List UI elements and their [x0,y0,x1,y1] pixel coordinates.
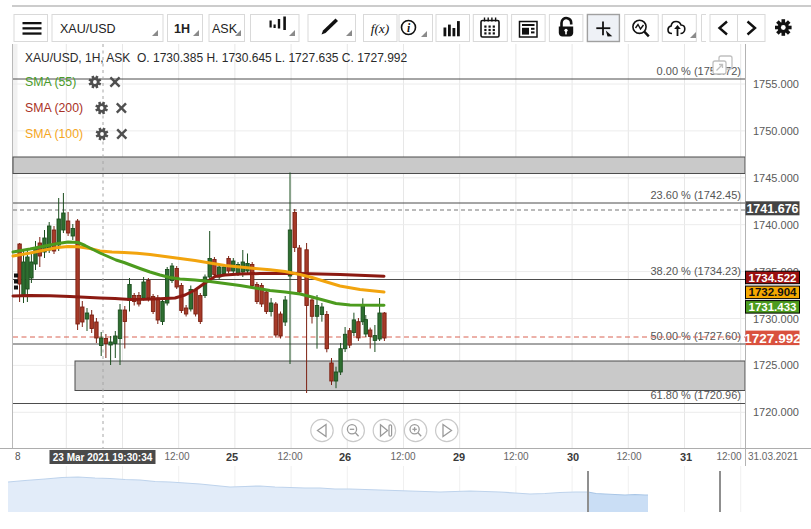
svg-text:26: 26 [339,451,351,463]
svg-text:12:00: 12:00 [503,451,528,462]
svg-text:12:00: 12:00 [164,451,189,462]
svg-text:38.20 % (1734.23): 38.20 % (1734.23) [650,265,741,277]
svg-text:12:00: 12:00 [616,451,641,462]
svg-text:SMA (100): SMA (100) [25,127,83,141]
svg-text:12:00: 12:00 [277,451,302,462]
svg-text:SMA (200): SMA (200) [25,101,83,115]
svg-text:1731.433: 1731.433 [749,301,797,313]
svg-text:1727.992: 1727.992 [744,331,800,346]
svg-text:1725.000: 1725.000 [753,359,799,371]
svg-text:SMA (55): SMA (55) [25,75,76,89]
svg-text:1734.522: 1734.522 [749,272,797,284]
svg-text:1745.000: 1745.000 [753,172,799,184]
svg-text:1732.904: 1732.904 [749,286,798,298]
svg-text:29: 29 [453,451,465,463]
svg-text:8: 8 [15,451,21,462]
svg-text:1H: 1H [174,22,190,36]
svg-text:23 Mar 2021 19:30:34: 23 Mar 2021 19:30:34 [53,452,153,463]
svg-text:0.00 % (1755.72): 0.00 % (1755.72) [657,65,741,77]
svg-text:XAU/USD, 1H, ASK: XAU/USD, 1H, ASK [25,51,130,65]
svg-text:12:00: 12:00 [390,451,415,462]
svg-text:61.80 % (1720.96): 61.80 % (1720.96) [650,389,741,401]
svg-text:XAU/USD: XAU/USD [60,22,116,36]
svg-text:25: 25 [226,451,238,463]
svg-text:50.00 % (1727.60): 50.00 % (1727.60) [650,330,741,342]
svg-text:1755.000: 1755.000 [753,78,799,90]
svg-text:ASK: ASK [212,22,238,36]
svg-text:12:00: 12:00 [716,451,741,462]
svg-text:31: 31 [680,451,692,463]
svg-text:1730.000: 1730.000 [753,313,799,325]
svg-text:f(x): f(x) [371,21,390,36]
svg-text:1741.676: 1741.676 [746,202,798,216]
svg-text:O. 1730.385 H. 1730.645 L. 172: O. 1730.385 H. 1730.645 L. 1727.635 C. 1… [137,51,408,65]
svg-text:30: 30 [567,451,579,463]
svg-text:1740.000: 1740.000 [753,219,799,231]
svg-text:31.03.2021: 31.03.2021 [748,451,798,462]
svg-text:23.60 % (1742.45): 23.60 % (1742.45) [650,189,741,201]
svg-text:1750.000: 1750.000 [753,125,799,137]
svg-text:1720.000: 1720.000 [753,406,799,418]
